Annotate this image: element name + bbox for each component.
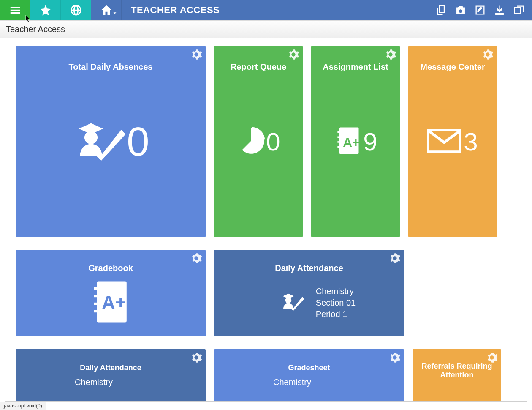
- copy-button[interactable]: [432, 0, 451, 20]
- tile-referrals[interactable]: Referrals Requiring Attention: [413, 349, 501, 402]
- tile-total-daily-absences[interactable]: Total Daily Absences 0: [16, 46, 206, 237]
- gear-icon[interactable]: [486, 352, 498, 365]
- gear-icon[interactable]: [389, 252, 401, 266]
- home-button[interactable]: [91, 0, 122, 20]
- tile-report-queue[interactable]: Report Queue 0: [214, 46, 303, 237]
- tile-value: 0: [127, 118, 149, 165]
- dashboard: Total Daily Absences 0 Report Queue 0 As…: [5, 38, 527, 402]
- notebook-icon: A+: [334, 126, 363, 157]
- download-button[interactable]: [490, 0, 509, 20]
- tile-message-center[interactable]: Message Center 3: [408, 46, 497, 237]
- toolbar-right: [432, 0, 532, 20]
- status-bar: javascript:void(0): [0, 402, 46, 410]
- favorites-button[interactable]: [30, 0, 61, 20]
- gear-icon[interactable]: [190, 49, 202, 62]
- tile-value: 3: [464, 127, 478, 156]
- gear-icon[interactable]: [288, 49, 299, 62]
- tile-title: Daily Attendance: [16, 349, 206, 372]
- tile-title: Daily Attendance: [214, 250, 404, 273]
- app-title: TEACHER ACCESS: [122, 5, 220, 16]
- tile-value: 0: [266, 127, 280, 156]
- tile-title: Total Daily Absences: [16, 46, 206, 72]
- tile-title: Gradebook: [16, 250, 206, 273]
- attendance-details: Chemistry Section 01 Period 1: [316, 286, 356, 320]
- notebook-icon: A+: [92, 279, 130, 327]
- tile-gradesheet[interactable]: Gradesheet Chemistry: [214, 349, 404, 402]
- tile-assignment-list[interactable]: Assignment List A+ 9: [311, 46, 400, 237]
- menu-button[interactable]: [0, 0, 30, 20]
- gradesheet-details: Chemistry: [231, 377, 311, 388]
- tile-daily-attendance-2[interactable]: Daily Attendance Chemistry: [16, 349, 206, 402]
- detail-line: Chemistry: [316, 286, 356, 297]
- pie-chart-icon: [236, 126, 266, 157]
- tile-title: Gradesheet: [214, 349, 404, 372]
- web-button[interactable]: [61, 0, 91, 20]
- gear-icon[interactable]: [190, 252, 202, 266]
- chevron-down-icon: [112, 10, 118, 18]
- gear-icon[interactable]: [389, 352, 401, 365]
- gear-icon[interactable]: [482, 49, 494, 62]
- tile-value: 9: [363, 127, 377, 156]
- gear-icon[interactable]: [385, 49, 396, 62]
- tile-gradebook[interactable]: Gradebook A+: [16, 250, 206, 336]
- breadcrumb-bar: Teacher Access: [0, 20, 532, 38]
- detail-line: Chemistry: [273, 377, 311, 388]
- envelope-icon: [427, 129, 461, 154]
- breadcrumb: Teacher Access: [6, 25, 65, 34]
- tile-daily-attendance[interactable]: Daily Attendance Chemistry Section 01 Pe…: [214, 250, 404, 336]
- detail-line: Period 1: [316, 309, 356, 320]
- windows-button[interactable]: [509, 0, 529, 20]
- graduate-check-icon: [280, 289, 305, 317]
- detail-line: Chemistry: [75, 377, 113, 388]
- popout-button[interactable]: [470, 0, 490, 20]
- top-toolbar: TEACHER ACCESS: [0, 0, 532, 20]
- screenshot-button[interactable]: [451, 0, 470, 20]
- graduate-check-icon: [72, 113, 127, 170]
- attendance-details: Chemistry: [33, 377, 113, 388]
- detail-line: Section 01: [316, 297, 356, 309]
- gear-icon[interactable]: [190, 352, 202, 365]
